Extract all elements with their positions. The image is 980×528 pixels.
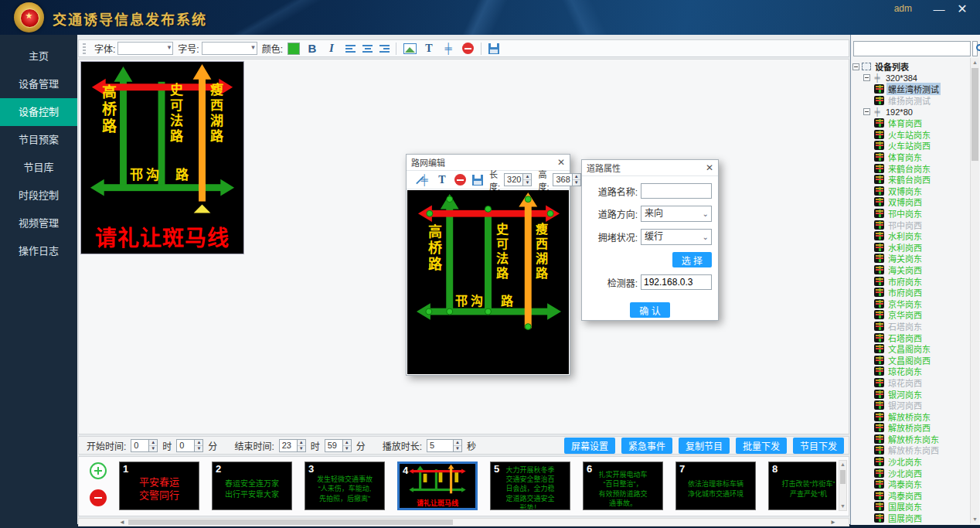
device-tree-item[interactable]: 鸿泰岗东	[852, 479, 968, 490]
device-tree-item[interactable]: 京华岗东	[852, 298, 968, 309]
tree-root[interactable]: 设备列表	[852, 61, 968, 73]
step-up-icon[interactable]: ▲	[343, 440, 351, 446]
device-tree-item[interactable]: 来鹤台岗东	[852, 162, 968, 174]
device-tree-item[interactable]: 国展岗东	[852, 501, 968, 513]
step-down-icon[interactable]: ▼	[298, 446, 305, 451]
step-up-icon[interactable]: ▲	[298, 440, 305, 446]
device-tree-item[interactable]: 螺丝湾桥测试	[852, 83, 968, 95]
scroll-up-icon[interactable]: ▲	[839, 461, 846, 468]
close-icon[interactable]: ✕	[557, 157, 565, 168]
step-up-icon[interactable]: ▲	[149, 440, 157, 446]
device-search-input[interactable]	[853, 41, 971, 56]
device-tree-item[interactable]: 解放桥东岗东	[852, 434, 968, 445]
emergency-event-button[interactable]: 紧急事件	[621, 438, 672, 454]
device-tree-item[interactable]: 双博岗西	[852, 196, 968, 208]
screen-settings-button[interactable]: 屏幕设置	[564, 438, 615, 454]
sidebar-item[interactable]: 操作日志	[0, 237, 77, 265]
device-tree-item[interactable]: 解放桥岗西	[852, 422, 968, 434]
start-minute-stepper[interactable]: 0 ▲▼	[176, 439, 203, 452]
device-tree-item[interactable]: 石塔岗东	[852, 321, 968, 332]
congestion-select[interactable]: 缓行	[641, 229, 712, 245]
device-tree-item[interactable]: 体育岗西	[852, 118, 968, 129]
device-tree-item[interactable]: 水利岗西	[852, 242, 968, 254]
playlist-thumbnail-2[interactable]: 2春运安全连万家出行平安靠大家	[212, 462, 292, 510]
copy-program-button[interactable]: 复制节目	[679, 438, 730, 454]
close-icon[interactable]: ✕	[954, 2, 971, 17]
step-down-icon[interactable]: ▼	[573, 180, 580, 186]
scroll-up-icon[interactable]: ▲	[971, 58, 979, 66]
step-down-icon[interactable]: ▼	[343, 446, 351, 451]
road-name-field[interactable]	[641, 183, 712, 199]
playlist-thumbnail-6[interactable]: 6扎实开展电动车“百日整治”，有效预防道路交通事故。	[583, 462, 663, 510]
insert-text-button[interactable]: T	[422, 42, 436, 56]
playlist-horizontal-scrollbar[interactable]: ◄ ►	[78, 518, 849, 526]
close-icon[interactable]: ✕	[706, 162, 713, 173]
step-down-icon[interactable]: ▼	[149, 446, 157, 451]
save-button[interactable]	[488, 43, 499, 54]
font-size-select[interactable]	[202, 42, 257, 55]
step-up-icon[interactable]: ▲	[454, 440, 461, 446]
height-stepper[interactable]: 368 ▲▼	[553, 173, 580, 186]
delete-button[interactable]	[462, 43, 474, 54]
scrollbar-thumb[interactable]	[840, 470, 846, 484]
end-hour-stepper[interactable]: 23 ▲▼	[279, 439, 306, 452]
step-down-icon[interactable]: ▼	[523, 180, 531, 186]
sidebar-item[interactable]: 视频管理	[0, 209, 77, 237]
sidebar-item[interactable]: 节目库	[0, 154, 77, 182]
road-direction-select[interactable]: 来向	[641, 206, 712, 222]
device-tree-item[interactable]: 体育岗东	[852, 152, 968, 163]
align-left-button[interactable]	[345, 45, 356, 53]
step-up-icon[interactable]: ▲	[573, 174, 580, 180]
roadnet-editor-canvas[interactable]: 高桥路 史可法路 瘦西湖路 邗沟 路	[407, 190, 569, 374]
scroll-left-icon[interactable]: ◄	[117, 519, 127, 526]
playlist-thumbnail-5[interactable]: 5大力开展秋冬季交通安全整治百日会战，全力稳定道路交通安全形势！	[490, 462, 570, 510]
collapse-icon[interactable]	[863, 74, 870, 81]
device-tree-item[interactable]: 双博岗东	[852, 186, 968, 197]
device-tree-item[interactable]: 琼花岗东	[852, 366, 968, 377]
device-tree-item[interactable]: 国展岗西	[852, 513, 968, 523]
insert-image-button[interactable]	[403, 43, 417, 54]
program-preview-canvas[interactable]: 高桥路 史可法路 瘦西湖路 邗沟 路 请礼让斑马线	[80, 61, 244, 254]
device-tree-item[interactable]: 京华岗西	[852, 309, 968, 321]
playlist-thumbnail-4[interactable]: 4 请礼让斑马线	[397, 462, 478, 510]
font-select[interactable]	[117, 42, 173, 55]
step-down-icon[interactable]: ▼	[454, 446, 461, 451]
device-tree-item[interactable]: 邗中岗东	[852, 208, 968, 220]
device-tree-item[interactable]: 沙北岗西	[852, 467, 968, 479]
step-up-icon[interactable]: ▲	[523, 174, 531, 180]
align-right-button[interactable]	[379, 45, 390, 53]
scroll-right-icon[interactable]: ►	[829, 519, 838, 526]
scrollbar-thumb[interactable]	[971, 68, 978, 161]
device-tree-item[interactable]: 银河岗西	[852, 400, 968, 411]
scroll-down-icon[interactable]: ▼	[839, 502, 846, 510]
device-tree-item[interactable]: 沙北岗东	[852, 456, 968, 468]
delete-road-button[interactable]	[454, 174, 466, 186]
device-tree-item[interactable]: 市府岗东	[852, 275, 968, 287]
device-tree-item[interactable]: 文昌阁岗东	[852, 343, 968, 355]
text-tool-button[interactable]: T	[435, 173, 449, 187]
sidebar-item[interactable]: 时段控制	[0, 182, 77, 209]
italic-button[interactable]: I	[325, 42, 339, 56]
color-swatch[interactable]	[288, 43, 300, 55]
device-tree-item[interactable]: 火车站岗东	[852, 129, 968, 141]
sidebar-item[interactable]: 主页	[0, 43, 77, 70]
tree-group-192*80[interactable]: ╪ 192*80	[852, 106, 968, 118]
insert-roadnet-button[interactable]: ╪	[441, 42, 455, 56]
step-up-icon[interactable]: ▲	[195, 440, 202, 446]
playlist-thumbnail-8[interactable]: 8打击改装“炸街车”严查严处“机	[768, 462, 836, 510]
device-tree-item[interactable]: 石塔岗西	[852, 332, 968, 343]
align-center-button[interactable]	[362, 45, 373, 53]
playlist-thumbnail-7[interactable]: 7依法治理非标车辆净化城市交通环境	[675, 462, 756, 510]
length-stepper[interactable]: 320 ▲▼	[504, 173, 532, 186]
device-tree-item[interactable]: 琼花岗西	[852, 377, 968, 389]
scrollbar-thumb[interactable]	[128, 519, 453, 525]
step-down-icon[interactable]: ▼	[195, 446, 202, 451]
save-roadnet-button[interactable]	[472, 175, 483, 186]
remove-program-button[interactable]	[90, 489, 107, 506]
device-tree-item[interactable]: 海关岗西	[852, 264, 968, 276]
device-tree-item[interactable]: 海关岗东	[852, 253, 968, 264]
scroll-down-icon[interactable]: ▼	[971, 515, 979, 523]
batch-send-button[interactable]: 批量下发	[736, 438, 787, 454]
collapse-icon[interactable]	[852, 63, 859, 70]
add-program-button[interactable]	[90, 462, 107, 479]
